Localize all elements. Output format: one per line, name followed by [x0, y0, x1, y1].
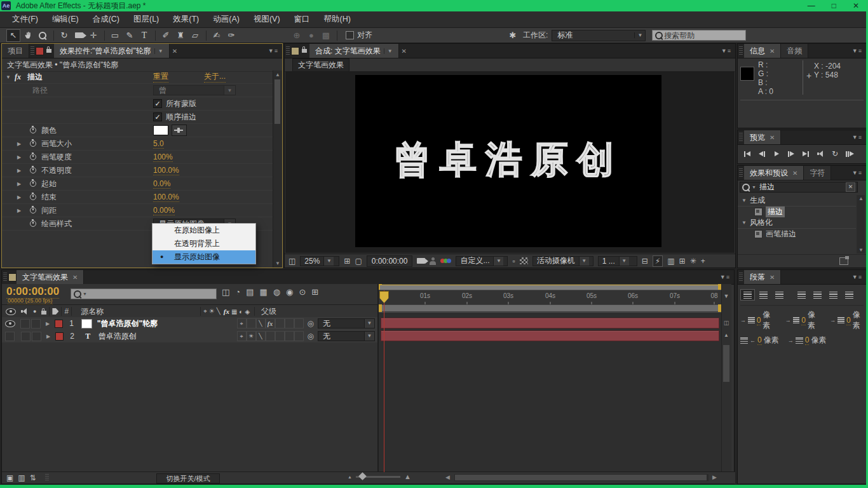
draft-3d-icon[interactable]: ◔ [235, 287, 240, 297]
close-tab-icon[interactable]: ✕ [770, 274, 775, 281]
all-masks-checkbox[interactable]: ✓ [153, 99, 162, 108]
view-layout-dropdown[interactable]: 1 ... ▼ [598, 256, 637, 266]
last-frame-button[interactable] [799, 149, 812, 159]
effects-search-input[interactable] [758, 182, 837, 193]
twirl-right-icon[interactable]: ▶ [17, 141, 21, 147]
layer2-expander-icon[interactable]: ▶ [46, 334, 50, 339]
justify-all-button[interactable] [842, 289, 857, 301]
next-frame-button[interactable] [785, 149, 797, 159]
effect-stroke-header-row[interactable]: ▼ fx 描边 重置 关于... [2, 71, 273, 84]
stopwatch-icon[interactable] [30, 207, 36, 214]
end-value[interactable]: 100.0% [153, 193, 179, 202]
panel-menu-icon[interactable]: ▼≡ [268, 44, 282, 58]
timeline-vertical-scrollbar[interactable]: ▼ ◫ ▲ [721, 284, 731, 472]
spacing-value[interactable]: 0.00% [153, 206, 175, 215]
category-stylize[interactable]: ▼ 风格化 [738, 217, 856, 229]
zoom-slider-track[interactable] [356, 476, 400, 478]
help-search-box[interactable] [652, 30, 746, 41]
brainstorm-icon[interactable]: ◉ [286, 287, 293, 297]
panel-menu-icon[interactable]: ▼≡ [720, 270, 734, 284]
effect-item-brush-strokes[interactable]: 画笔描边 [738, 229, 856, 240]
tab-preview[interactable]: 预览 ✕ [744, 130, 781, 144]
motion-blur-switch[interactable] [285, 318, 294, 329]
roto-brush-tool[interactable]: ✍ [210, 29, 224, 42]
brush-hardness-value[interactable]: 100% [153, 152, 173, 162]
rotate-tool[interactable]: ↻ [57, 29, 71, 42]
motion-blur-icon[interactable]: ◍ [273, 287, 280, 297]
stroke-sequentially-checkbox[interactable]: ✓ [153, 112, 162, 121]
menu-animation[interactable]: 动画(A) [206, 14, 247, 25]
auto-keyframe-icon[interactable]: ⊙ [299, 287, 306, 297]
panel-menu-icon[interactable]: ▼≡ [721, 44, 735, 58]
work-area-start-handle[interactable] [379, 304, 382, 312]
resize-grip[interactable] [45, 474, 49, 482]
camera-tool[interactable] [72, 29, 86, 42]
workspace-dropdown[interactable]: 标准 ▼ [552, 30, 646, 41]
tab-info[interactable]: 信息 ✕ [744, 44, 781, 58]
scroll-up-icon[interactable]: ▲ [722, 332, 730, 338]
layer-row-1[interactable]: ▶ 1 "曾卓浩原创"轮廓 ⌖ ╲ fx ◎ 无 ▼ [2, 317, 377, 330]
puppet-pin-tool[interactable]: ✑ [224, 29, 238, 42]
frame-blend-switch[interactable] [275, 318, 285, 329]
panel-grip[interactable] [286, 46, 290, 55]
collapse-switch[interactable] [247, 318, 256, 329]
category-generate[interactable]: ▼ 生成 [738, 195, 856, 207]
pickwhip-icon[interactable]: ◎ [308, 332, 314, 341]
chevron-down-icon[interactable]: ▼ [154, 48, 163, 54]
play-button[interactable] [770, 149, 783, 159]
menu-window[interactable]: 窗口 [287, 14, 317, 25]
menu-effect[interactable]: 效果(T) [166, 14, 206, 25]
chevron-down-icon[interactable]: ▼ [384, 48, 393, 54]
menu-file[interactable]: 文件(F) [5, 14, 45, 25]
layer1-parent-dropdown[interactable]: 无 ▼ [318, 318, 375, 329]
align-left-button[interactable] [740, 289, 755, 301]
quality-switch[interactable]: ╲ [256, 331, 266, 341]
close-tab-icon[interactable]: ✕ [792, 170, 797, 177]
workspace-gear-icon[interactable]: ✱ [506, 29, 520, 42]
effect-item-stroke[interactable]: 描边 [738, 207, 856, 217]
comp-button-icon[interactable]: ◫ [722, 320, 730, 326]
chevron-down-icon[interactable]: ▼ [752, 185, 756, 189]
layer1-name[interactable]: "曾卓浩原创"轮廓 [97, 318, 158, 329]
first-frame-button[interactable] [741, 149, 754, 159]
maximize-button[interactable]: □ [832, 1, 836, 10]
expand-layers-icon[interactable]: ▣ [6, 473, 13, 482]
tab-audio[interactable]: 音频 [781, 44, 808, 58]
camera-view-dropdown[interactable]: 活动摄像机 ▼ [532, 256, 593, 266]
effect-controls-scrollbar[interactable]: ▲ ▼ [273, 71, 282, 268]
menu-item-on-original[interactable]: 在原始图像上 [153, 224, 255, 237]
panel-grip[interactable] [739, 168, 743, 177]
layer1-expander-icon[interactable]: ▶ [46, 321, 50, 327]
timeline-horizontal-scrollbar[interactable] [454, 474, 709, 481]
stopwatch-icon[interactable] [30, 220, 36, 227]
text-tool[interactable]: T [137, 29, 151, 42]
brush-tool[interactable]: ✐ [159, 29, 173, 42]
pan-behind-tool[interactable]: ✛ [86, 29, 100, 42]
start-value[interactable]: 0.0% [153, 179, 170, 189]
eyedropper-icon[interactable] [172, 125, 187, 136]
menu-item-reveal-original[interactable]: ● 显示原始图像 [153, 250, 255, 264]
twirl-down-icon[interactable]: ▼ [742, 198, 747, 203]
expand-modes-icon[interactable]: ▥ [18, 473, 25, 482]
frame-blending-icon[interactable]: ▦ [259, 287, 267, 297]
tab-timeline-comp[interactable]: 文字笔画效果 ✕ [17, 270, 84, 284]
layer2-duration-bar[interactable] [381, 330, 719, 341]
zoom-out-mountain-icon[interactable]: ▲ [348, 475, 352, 479]
layer1-label-swatch[interactable] [55, 320, 63, 328]
snap-checkbox[interactable] [346, 31, 354, 39]
close-tab-icon[interactable]: ✕ [770, 134, 775, 141]
menu-item-on-transparent[interactable]: 在透明背景上 [153, 237, 255, 250]
fx-switch[interactable] [266, 331, 275, 341]
tab-effects-presets[interactable]: 效果和预设 ✕ [744, 166, 804, 180]
layer1-duration-bar[interactable] [381, 318, 719, 329]
toggle-switches-modes-button[interactable]: 切换开关/模式 [156, 473, 220, 484]
scroll-right-icon[interactable]: ▶ [712, 474, 717, 480]
grid-guides-icon[interactable]: ⊞ [344, 257, 350, 266]
justify-last-left-button[interactable] [794, 289, 809, 301]
selection-tool[interactable]: ↖ [6, 29, 20, 42]
effect-name[interactable]: 描边 [27, 72, 43, 83]
threed-switch[interactable] [294, 331, 304, 341]
first-line-indent-field[interactable]: → 0 像素 [785, 309, 822, 331]
shy-switch[interactable]: ⌖ [237, 331, 247, 341]
comp-marker-bin-icon[interactable]: ▼ [722, 293, 730, 299]
